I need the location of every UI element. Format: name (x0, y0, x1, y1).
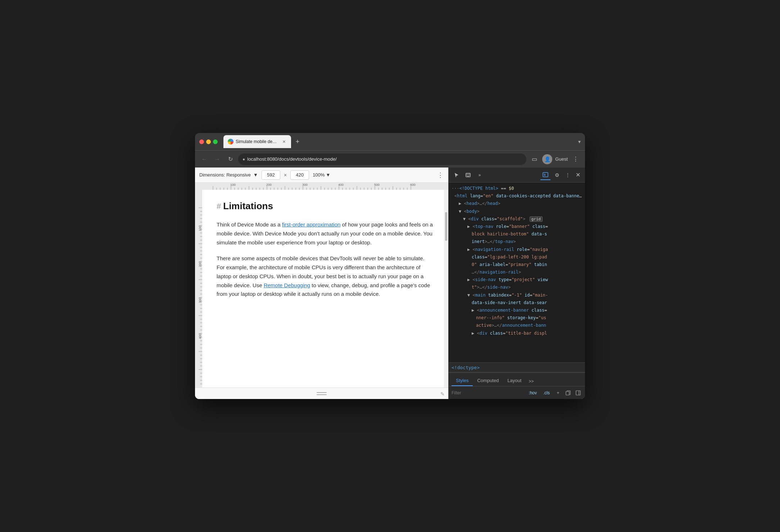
layout-tab[interactable]: Layout (503, 376, 526, 386)
tab-close-button[interactable]: ✕ (281, 139, 287, 145)
sidebar-icon-svg (576, 390, 581, 395)
traffic-lights (199, 139, 218, 144)
tab-favicon (228, 139, 233, 145)
address-bar: ← → ↻ ● localhost:8080/docs/devtools/dev… (195, 150, 585, 168)
minimize-traffic-light[interactable] (206, 139, 211, 144)
code-line-body[interactable]: ▼ <body> (449, 208, 585, 215)
zoom-value: 100% (313, 172, 325, 178)
styles-tab[interactable]: Styles (452, 376, 473, 386)
code-line-banner-3[interactable]: active>…</announcement-bann (449, 322, 585, 329)
code-line-nav-rail[interactable]: ▶ <navigation-rail role="naviga (449, 246, 585, 253)
viewport-area: Dimensions: Responsive ▼ × 100% ▼ ⋮ (195, 168, 448, 399)
copy-icon-svg (566, 390, 571, 395)
code-line-banner-2[interactable]: nner--info" storage-key="us (449, 314, 585, 322)
code-line-doctype[interactable]: ···<!DOCTYPE html> == $0 (449, 185, 585, 192)
code-line-banner[interactable]: ▶ <announcement-banner class= (449, 307, 585, 314)
svg-text:100: 100 (198, 226, 202, 231)
paragraph-2: There are some aspects of mobile devices… (217, 254, 434, 299)
remote-debugging-link[interactable]: Remote Debugging (264, 282, 310, 288)
page-content[interactable]: # Limitations Think of Device Mode as a … (202, 190, 448, 387)
device-mode-icon[interactable] (463, 170, 473, 180)
code-line-top-nav-3[interactable]: inert>…</top-nav> (449, 238, 585, 246)
devtools-code-panel[interactable]: ···<!DOCTYPE html> == $0 <html lang="en"… (449, 183, 585, 362)
code-line-main-2[interactable]: data-side-nav-inert data-sear (449, 299, 585, 307)
tabs-more-icon[interactable]: >> (526, 377, 536, 386)
code-line-nav-rail-3[interactable]: 0" aria-label="primary" tabin (449, 261, 585, 269)
devtools-bottom-tabs: Styles Computed Layout >> (449, 372, 585, 386)
computed-tab[interactable]: Computed (473, 376, 503, 386)
devtools-close-icon[interactable]: ✕ (573, 171, 582, 179)
devtools-filter-bar: :hov .cls + (449, 386, 585, 399)
code-line-html[interactable]: <html lang="en" data-cookies-accepted da… (449, 192, 585, 200)
devtools-more-icon[interactable]: ⋮ (563, 171, 572, 179)
close-traffic-light[interactable] (199, 139, 204, 144)
back-button[interactable]: ← (199, 154, 209, 164)
vertical-scrollbar[interactable] (444, 190, 448, 387)
code-line-main[interactable]: ▼ <main tabindex="-1" id="main- (449, 292, 585, 299)
svg-rect-125 (576, 391, 580, 395)
styles-filter-input[interactable] (452, 390, 524, 395)
height-input[interactable] (290, 170, 309, 180)
menu-icon[interactable]: ⋮ (571, 154, 581, 164)
code-line-head[interactable]: ▶ <head>…</head> (449, 200, 585, 207)
resize-line-2 (317, 394, 327, 395)
paragraph-1: Think of Device Mode as a first-order ap… (217, 220, 434, 247)
width-input[interactable] (262, 170, 280, 180)
cursor-tool-icon[interactable] (452, 170, 462, 180)
address-bar-right: ▭ 👤 Guest ⋮ (529, 154, 581, 164)
code-line-nav-rail-4[interactable]: …</navigation-rail> (449, 269, 585, 276)
lock-icon: ● (242, 157, 245, 162)
device-icon-svg (465, 172, 471, 178)
forward-button[interactable]: → (212, 154, 222, 164)
svg-text:500: 500 (374, 183, 380, 187)
code-line-title-bar[interactable]: ▶ <div class="title-bar displ (449, 330, 585, 337)
svg-text:300: 300 (302, 183, 308, 187)
resize-handle[interactable] (317, 392, 327, 395)
add-style-icon[interactable]: + (554, 389, 562, 397)
ruler-container: 100 200 300 400 500 600 (195, 183, 448, 399)
console-icon-svg (543, 172, 548, 178)
dropdown-arrow-icon[interactable]: ▼ (253, 172, 258, 178)
sidebar-toggle-icon[interactable]: ▭ (529, 154, 539, 164)
svg-text:300: 300 (198, 298, 202, 303)
resize-line-1 (317, 392, 327, 393)
code-line-nav-rail-2[interactable]: class="lg:pad-left-200 lg:pad (449, 253, 585, 261)
browser-window: Simulate mobile devices with D ✕ + ▾ ← →… (195, 133, 585, 399)
url-text: localhost:8080/docs/devtools/device-mode… (247, 156, 337, 162)
refresh-button[interactable]: ↻ (225, 154, 235, 164)
first-order-approximation-link[interactable]: first-order approximation (282, 221, 341, 228)
code-line-scaffold[interactable]: ▼ <div class="scaffold"> grid (449, 215, 585, 223)
user-avatar[interactable]: 👤 (542, 154, 552, 164)
zoom-dropdown-icon[interactable]: ▼ (326, 172, 330, 178)
url-bar[interactable]: ● localhost:8080/docs/devtools/device-mo… (238, 153, 526, 165)
top-ruler-svg: 100 200 300 400 500 600 (195, 183, 448, 190)
chevron-down-icon[interactable]: ▾ (578, 139, 581, 145)
cls-filter-button[interactable]: .cls (541, 390, 552, 396)
device-toolbar: Dimensions: Responsive ▼ × 100% ▼ ⋮ (195, 168, 448, 183)
console-panel-icon[interactable] (540, 170, 550, 180)
scrollbar-thumb[interactable] (445, 212, 447, 241)
new-tab-button[interactable]: + (292, 137, 303, 147)
code-line-top-nav[interactable]: ▶ <top-nav role="banner" class= (449, 223, 585, 230)
browser-tab[interactable]: Simulate mobile devices with D ✕ (223, 135, 291, 148)
code-line-top-nav-2[interactable]: block hairline-bottom" data-s (449, 230, 585, 238)
selected-element-text: <!doctype> (452, 365, 480, 370)
selected-element-bar: <!doctype> (449, 362, 585, 372)
content-with-ruler: 100 200 300 400 # Limitations (195, 190, 448, 387)
svg-rect-63 (195, 190, 202, 387)
copy-styles-icon[interactable] (564, 389, 572, 397)
code-line-side-nav-2[interactable]: t">…</side-nav> (449, 284, 585, 291)
bottom-bar: ✎ (195, 387, 448, 399)
pencil-icon[interactable]: ✎ (440, 391, 445, 397)
toggle-sidebar-icon[interactable] (574, 389, 582, 397)
heading-text: Limitations (223, 201, 273, 212)
code-line-side-nav[interactable]: ▶ <side-nav type="project" view (449, 276, 585, 284)
svg-text:400: 400 (338, 183, 344, 187)
svg-text:200: 200 (198, 262, 202, 267)
maximize-traffic-light[interactable] (213, 139, 218, 144)
settings-icon[interactable]: ⚙ (552, 170, 562, 180)
device-toolbar-more-icon[interactable]: ⋮ (437, 171, 444, 179)
more-panels-icon[interactable]: » (475, 170, 485, 180)
hov-filter-button[interactable]: :hov (526, 390, 539, 396)
grid-badge: grid (530, 216, 543, 222)
